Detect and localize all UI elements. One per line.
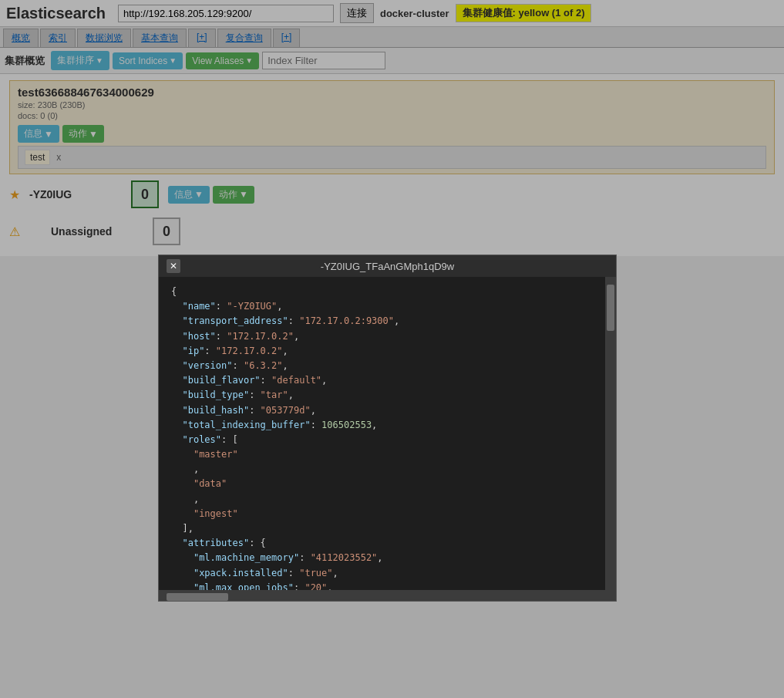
modal-window: ✕ -YZ0IUG_TFaAnGMph1qD9w { "name": "-YZ0… [158, 255, 617, 256]
modal-overlay [0, 0, 784, 256]
modal-titlebar: ✕ -YZ0IUG_TFaAnGMph1qD9w [159, 255, 616, 256]
